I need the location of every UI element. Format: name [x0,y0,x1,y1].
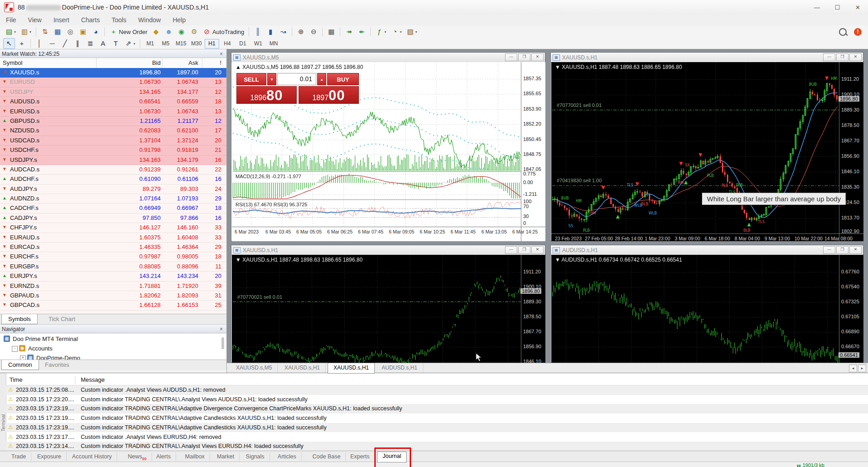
terminal-tab-articles[interactable]: Articles [273,452,302,461]
minimize-button[interactable]: — [807,0,827,14]
chart-restore-button[interactable]: ❐ [836,246,848,254]
chart-restore-button[interactable]: ❐ [518,246,530,254]
bar-chart-button[interactable]: ║ [252,26,264,37]
chart-tabs-scroll-left[interactable]: ◂ [849,365,857,372]
notification-icon[interactable]: ! [854,28,862,36]
sell-button[interactable]: SELL [236,73,266,85]
chart-close-button[interactable]: ✕ [849,54,862,61]
chart-area[interactable]: ▼ XAUUSD.s,H1 1887.48 1898.63 1886.65 18… [232,255,545,363]
close-button[interactable]: ✕ [848,0,868,14]
terminal-tab-journal[interactable]: Journal [377,452,407,462]
chart-window-titlebar[interactable]: ▦AUDUSD.s,H1—❐✕ [551,245,863,255]
market-watch-row-eurjpy.s[interactable]: ▲EURJPY.s143.214143.23420 [0,272,226,281]
menu-file[interactable]: File [0,15,22,25]
terminal-tab-market[interactable]: Market [212,452,240,461]
period-m30[interactable]: M30 [189,39,204,49]
chart-close-button[interactable]: ✕ [849,246,862,254]
market-watch-row-audchf.s[interactable]: ▲AUDCHF.s0.610900.6110616 [0,175,226,184]
volume-decrease-button[interactable]: ▼ [267,73,276,85]
chart-close-button[interactable]: ✕ [531,54,544,61]
market-watch-tab-symbols[interactable]: Symbols [1,314,38,324]
terminal-tab-code-base[interactable]: Code Base [308,452,346,461]
market-watch-row-usdjpy[interactable]: ▼USDJPY134.165134.17712 [0,88,226,97]
sell-price-display[interactable]: 189680 [236,86,297,104]
indicators-button[interactable]: ƒ▾ [373,26,388,37]
chart-canvas[interactable] [552,255,839,363]
market-watch-row-euraud.s[interactable]: ▼EURAUD.s1.603751.6040833 [0,233,226,243]
market-watch-row-audnzd.s[interactable]: ▲AUDNZD.s1.071641.0719329 [0,194,226,204]
market-watch-row-gbpusd.s[interactable]: ▲GBPUSD.s1.211651.2117712 [0,117,226,126]
market-watch-row-eurusd.s[interactable]: ▼EURUSD.s1.067301.0674313 [0,107,226,117]
trendline-tool[interactable]: ╱ [59,38,71,49]
horizontal-line-tool[interactable]: ─ [46,38,58,49]
chart-window-titlebar[interactable]: ▦XAUUSD.s,M5—❐✕ [231,53,545,63]
chart-tab-xauusd.s,h1[interactable]: XAUUSD.s,H1 [328,363,375,374]
column-header-![interactable]: ! [220,59,221,66]
navigator-tab-common[interactable]: Common [1,360,39,370]
chart-tab-xauusd.s,m5[interactable]: XAUUSD.s,M5 [230,363,278,373]
auto-scroll-button[interactable]: ↠ [343,26,355,37]
profiles-button[interactable]: ▥▾ [19,26,33,37]
terminal-tab-trade[interactable]: Trade [6,452,31,461]
navigator-scrollbar[interactable] [221,337,224,349]
chart-restore-button[interactable]: ❐ [836,54,848,61]
chart-area[interactable]: ▼ AUDUSD.s,H1 0.66734 0.66742 0.66525 0.… [551,255,863,363]
terminal-tab-mailbox[interactable]: Mailbox [180,452,210,461]
chart-area[interactable]: ▼ XAUUSD.s,H1 1887.48 1898.63 1886.65 18… [551,62,863,241]
new-order-button[interactable]: +New Order [108,26,149,37]
market-watch-row-cadjpy.s[interactable]: ▲CADJPY.s97.85097.86616 [0,214,226,223]
chart-canvas[interactable] [233,255,521,363]
candlestick-button[interactable]: ▮ [265,26,276,37]
zoom-in-button[interactable]: ⊕ [295,26,307,37]
period-m5[interactable]: M5 [158,39,173,49]
fibonacci-tool[interactable]: ≣ [84,38,96,49]
market-watch-close-icon[interactable]: × [220,49,223,58]
market-watch-row-eurusd[interactable]: ▼EURUSD1.067301.0674313 [0,78,226,87]
chart-minimize-button[interactable]: — [505,246,517,254]
market-watch-row-usdjpy.s[interactable]: ▼USDJPY.s134.163134.17916 [0,156,226,165]
period-m1[interactable]: M1 [143,39,157,49]
maximize-button[interactable]: ☐ [827,0,848,14]
market-watch-row-xauusd.s[interactable]: ▼XAUUSD.s1896.801897.0020 [0,68,226,78]
navigator-tab-favorites[interactable]: Favorites [39,360,75,370]
periods-button[interactable]: ◔▾ [389,26,403,37]
search-icon[interactable] [839,28,847,36]
market-watch-row-nzdusd.s[interactable]: ▼NZDUSD.s0.620830.6210017 [0,126,226,136]
line-chart-button[interactable]: ↝ [277,26,289,37]
market-watch-row-eurnzd.s[interactable]: ▼EURNZD.s1.718811.7192039 [0,282,226,291]
market-watch-row-chfjpy.s[interactable]: ▼CHFJPY.s146.127146.16033 [0,223,226,233]
navigator-item-doo-prime-mt4-terminal[interactable]: ▦Doo Prime MT4 Terminal [0,334,226,344]
chart-restore-button[interactable]: ❐ [518,54,530,61]
market-watch-row-cadchf.s[interactable]: ▲CADCHF.s0.669490.6696718 [0,204,226,213]
terminal-tab-signals[interactable]: Signals [241,452,270,461]
market-watch-row-gbpcad.s[interactable]: ▼GBPCAD.s1.661281.6615325 [0,301,226,310]
navigator-close-icon[interactable]: × [220,325,223,334]
market-watch-row-audcad.s[interactable]: ▼AUDCAD.s0.912390.9126122 [0,165,226,175]
vertical-line-tool[interactable]: │ [34,38,45,49]
chart-window-4[interactable]: ▦AUDUSD.s,H1—❐✕▼ AUDUSD.s,H1 0.66734 0.6… [550,245,863,363]
column-header-ask[interactable]: Ask [188,59,198,66]
chart-window-3[interactable]: ▦XAUUSD.s,H1—❐✕▼ XAUUSD.s,H1 1887.48 189… [231,245,545,363]
options-icon[interactable]: ⚙ [188,26,200,37]
market-watch-header[interactable]: SymbolBidAsk! [0,58,226,68]
market-watch-tab-tick-chart[interactable]: Tick Chart [42,314,82,324]
menu-help[interactable]: Help [167,15,191,25]
signals-icon[interactable]: ◉ [176,26,187,37]
navigator-item-accounts[interactable]: -◉Accounts [0,344,226,353]
market-watch-row-eurgbp.s[interactable]: ▼EURGBP.s0.880850.8809611 [0,262,226,272]
chart-canvas[interactable] [552,62,839,234]
collapse-icon[interactable]: - [12,346,18,352]
buy-button[interactable]: BUY [327,73,359,85]
terminal-toggle[interactable]: ▣ [77,26,89,37]
menu-insert[interactable]: Insert [48,15,75,25]
column-header-bid[interactable]: Bid [152,59,161,66]
terminal-tab-exposure[interactable]: Exposure [32,452,67,461]
chart-minimize-button[interactable]: — [823,54,835,61]
period-h1[interactable]: H1 [205,39,219,49]
chart-close-button[interactable]: ✕ [531,246,544,254]
chart-area[interactable]: ▲ XAUUSD.s,M5 1896.88 1897.27 1896.55 18… [232,62,545,241]
period-d1[interactable]: D1 [235,39,250,49]
chart-tabs-scroll-right[interactable]: ▸ [858,365,866,372]
chart-window-2[interactable]: ▦XAUUSD.s,H1—❐✕▼ XAUUSD.s,H1 1887.48 189… [550,52,863,241]
terminal-tab-news[interactable]: News99 [123,452,152,461]
